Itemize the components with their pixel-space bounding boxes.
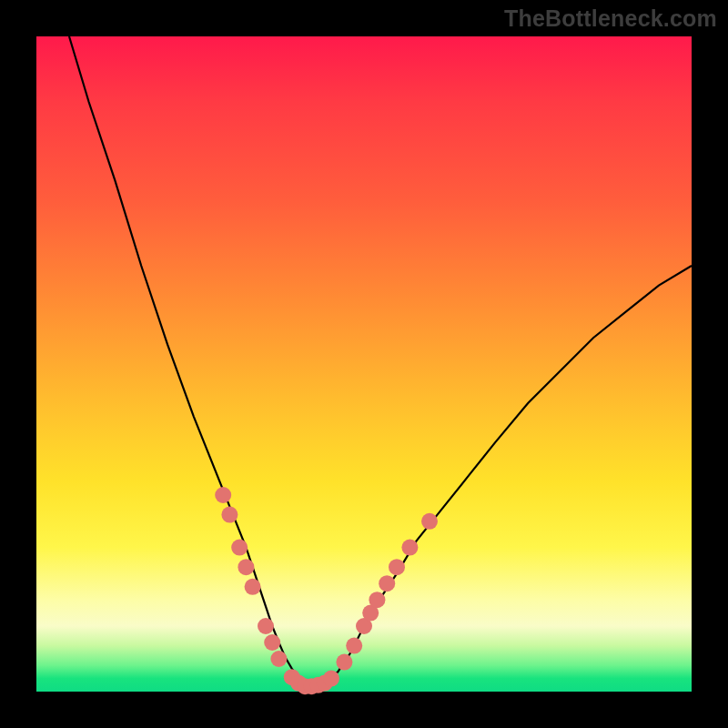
marker-dot [379, 575, 395, 592]
marker-dot [270, 651, 287, 667]
bottleneck-curve [69, 36, 692, 686]
marker-dot [401, 540, 418, 556]
marker-dot [231, 540, 248, 556]
marker-dot [336, 654, 352, 671]
marker-dot [215, 487, 231, 503]
marker-dot [346, 638, 362, 654]
marker-dot [323, 671, 339, 687]
marker-dot [258, 618, 274, 634]
marker-dot [238, 559, 254, 575]
marker-dot [264, 634, 280, 651]
curve-svg [36, 36, 692, 692]
marker-dot [245, 579, 261, 595]
marker-dot [369, 592, 385, 608]
watermark-text: TheBottleneck.com [504, 5, 717, 32]
marker-dot [389, 559, 405, 575]
chart-frame: TheBottleneck.com [0, 0, 728, 728]
marker-dot [421, 513, 438, 530]
marker-dot [221, 507, 238, 523]
highlight-markers [215, 487, 438, 694]
plot-area [36, 36, 692, 692]
